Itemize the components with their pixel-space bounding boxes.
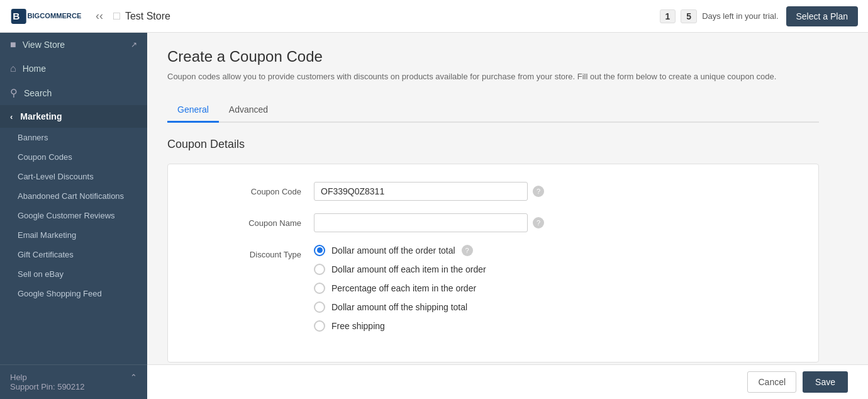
tabs: General Advanced bbox=[167, 98, 819, 123]
radio-label-0: Dollar amount off the order total bbox=[331, 245, 455, 256]
page-title: Create a Coupon Code bbox=[167, 48, 819, 65]
tab-advanced[interactable]: Advanced bbox=[219, 98, 278, 123]
radio-circle-4 bbox=[314, 320, 325, 332]
trial-label: Days left in your trial. bbox=[702, 11, 778, 21]
coupon-code-row: Coupon Code ? bbox=[188, 182, 798, 201]
coupon-name-help-icon[interactable]: ? bbox=[533, 217, 544, 228]
sidebar-item-sell-on-ebay[interactable]: Sell on eBay bbox=[0, 264, 147, 284]
radio-option-0[interactable]: Dollar amount off the order total ? bbox=[314, 245, 486, 256]
radio-label-2: Percentage off each item in the order bbox=[331, 283, 476, 293]
sidebar-item-cart-level-discounts[interactable]: Cart-Level Discounts bbox=[0, 167, 147, 186]
discount-type-row: Discount Type Dollar amount off the orde… bbox=[188, 245, 798, 332]
select-plan-button[interactable]: Select a Plan bbox=[786, 6, 859, 26]
topbar: B BIGCOMMERCE ‹‹ □ Test Store 1 5 Days l… bbox=[0, 0, 868, 33]
coupon-name-row: Coupon Name ? bbox=[188, 213, 798, 232]
logo: B BIGCOMMERCE bbox=[10, 8, 86, 25]
sidebar: ■ View Store ↗ ⌂ Home ⚲ Search ‹ Marketi… bbox=[0, 33, 147, 399]
radio-circle-3 bbox=[314, 301, 325, 313]
store-icon: ■ bbox=[10, 39, 16, 50]
chevron-icon: ‹ bbox=[10, 112, 13, 121]
radio-label-4: Free shipping bbox=[331, 321, 385, 331]
coupon-name-input[interactable] bbox=[314, 213, 528, 232]
sidebar-item-google-customer-reviews[interactable]: Google Customer Reviews bbox=[0, 206, 147, 225]
action-bar: Cancel Save bbox=[147, 364, 868, 399]
home-label: Home bbox=[23, 64, 46, 74]
page-description: Coupon codes allow you to provide custom… bbox=[167, 70, 819, 83]
sidebar-item-email-marketing[interactable]: Email Marketing bbox=[0, 225, 147, 245]
trial-days-2: 5 bbox=[681, 9, 697, 23]
search-label: Search bbox=[24, 88, 52, 98]
sidebar-item-abandoned-cart[interactable]: Abandoned Cart Notifications bbox=[0, 186, 147, 206]
discount-type-label: Discount Type bbox=[188, 245, 314, 259]
radio-option-2[interactable]: Percentage off each item in the order bbox=[314, 283, 486, 294]
svg-text:BIGCOMMERCE: BIGCOMMERCE bbox=[27, 12, 81, 20]
sidebar-footer: Help ⌃ Support Pin: 590212 bbox=[0, 364, 147, 399]
section-title: Coupon Details bbox=[167, 138, 819, 151]
sidebar-item-view-store[interactable]: ■ View Store ↗ bbox=[0, 33, 147, 57]
content-area: Create a Coupon Code Coupon codes allow … bbox=[147, 33, 868, 399]
coupon-code-input[interactable] bbox=[314, 182, 528, 201]
trial-days-1: 1 bbox=[660, 9, 676, 23]
radio-option-1[interactable]: Dollar amount off each item in the order bbox=[314, 264, 486, 275]
help-label: Help bbox=[10, 373, 27, 382]
footer-collapse-icon[interactable]: ⌃ bbox=[130, 373, 137, 382]
radio-circle-2 bbox=[314, 283, 325, 294]
sidebar-item-banners[interactable]: Banners bbox=[0, 128, 147, 147]
sidebar-item-search[interactable]: ⚲ Search bbox=[0, 81, 147, 105]
store-name: Test Store bbox=[125, 11, 660, 22]
form-panel: Coupon Code ? Coupon Name ? Di bbox=[167, 164, 819, 362]
search-icon: ⚲ bbox=[10, 87, 18, 99]
sidebar-item-home[interactable]: ⌂ Home bbox=[0, 57, 147, 81]
coupon-code-label: Coupon Code bbox=[188, 182, 314, 196]
marketing-label: Marketing bbox=[20, 111, 62, 121]
support-pin-label: Support Pin: 590212 bbox=[10, 382, 85, 391]
radio-option-4[interactable]: Free shipping bbox=[314, 320, 486, 332]
radio-label-1: Dollar amount off each item in the order bbox=[331, 264, 486, 274]
discount-type-help-icon[interactable]: ? bbox=[462, 245, 473, 256]
page-icon: □ bbox=[113, 9, 120, 23]
sidebar-item-google-shopping-feed[interactable]: Google Shopping Feed bbox=[0, 284, 147, 303]
radio-circle-1 bbox=[314, 264, 325, 275]
content-inner: Create a Coupon Code Coupon codes allow … bbox=[147, 33, 839, 399]
discount-type-radio-group: Dollar amount off the order total ? Doll… bbox=[314, 245, 486, 332]
discount-type-control-wrap: Dollar amount off the order total ? Doll… bbox=[314, 245, 798, 332]
sidebar-collapse-icon[interactable]: ‹‹ bbox=[96, 9, 103, 23]
sidebar-item-gift-certificates[interactable]: Gift Certificates bbox=[0, 245, 147, 264]
sidebar-item-coupon-codes[interactable]: Coupon Codes bbox=[0, 147, 147, 167]
coupon-code-control-wrap: ? bbox=[314, 182, 798, 201]
home-icon: ⌂ bbox=[10, 63, 16, 74]
tab-general[interactable]: General bbox=[167, 98, 219, 123]
view-store-label: View Store bbox=[23, 40, 65, 50]
radio-label-3: Dollar amount off the shipping total bbox=[331, 302, 467, 312]
marketing-section-header[interactable]: ‹ Marketing bbox=[0, 105, 147, 128]
coupon-code-help-icon[interactable]: ? bbox=[533, 186, 544, 197]
coupon-name-control-wrap: ? bbox=[314, 213, 798, 232]
trial-info: 1 5 Days left in your trial. bbox=[660, 9, 779, 23]
main-layout: ■ View Store ↗ ⌂ Home ⚲ Search ‹ Marketi… bbox=[0, 33, 868, 399]
coupon-name-label: Coupon Name bbox=[188, 213, 314, 228]
cancel-button[interactable]: Cancel bbox=[747, 371, 796, 393]
external-link-icon: ↗ bbox=[131, 40, 137, 49]
radio-circle-0 bbox=[314, 245, 325, 256]
radio-option-3[interactable]: Dollar amount off the shipping total bbox=[314, 301, 486, 313]
svg-text:B: B bbox=[13, 11, 19, 21]
save-button[interactable]: Save bbox=[803, 371, 848, 393]
